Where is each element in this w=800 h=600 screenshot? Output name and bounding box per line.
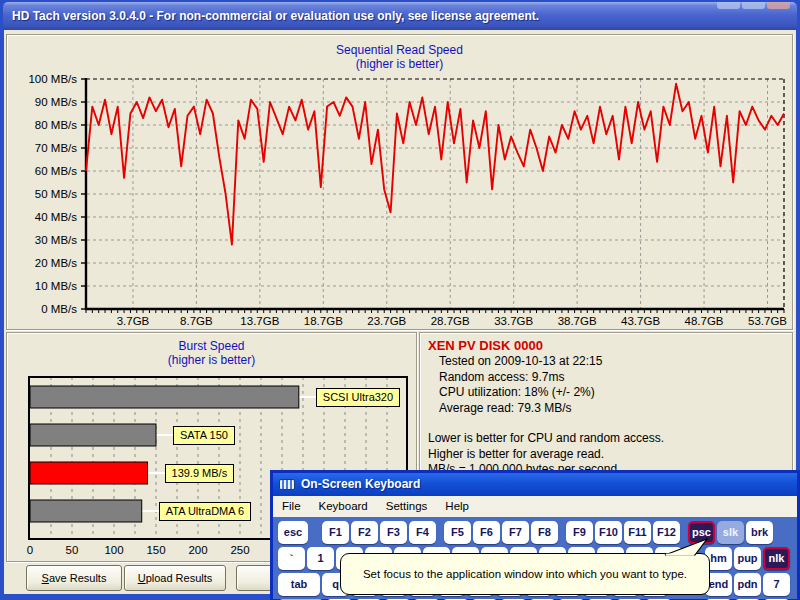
svg-text:200: 200 bbox=[188, 544, 207, 556]
svg-text:50: 50 bbox=[66, 544, 79, 556]
svg-text:50 MB/s: 50 MB/s bbox=[35, 188, 77, 200]
osk-title: On-Screen Keyboard bbox=[301, 473, 420, 496]
svg-text:250: 250 bbox=[230, 544, 249, 556]
svg-text:38.7GB: 38.7GB bbox=[558, 315, 597, 327]
onscreen-keyboard-window: On-Screen Keyboard FileKeyboardSettingsH… bbox=[270, 470, 800, 600]
svg-text:53.7GB: 53.7GB bbox=[748, 315, 787, 327]
svg-text:13.7GB: 13.7GB bbox=[240, 315, 279, 327]
drive-stat-line: Random access: 9.7ms bbox=[428, 370, 784, 386]
drive-name: XEN PV DISK 0000 bbox=[428, 338, 784, 354]
keyboard-icon bbox=[279, 479, 295, 490]
osk-key-F2[interactable]: F2 bbox=[351, 521, 378, 544]
osk-menu-file[interactable]: File bbox=[273, 496, 310, 517]
osk-key-tab[interactable]: tab bbox=[278, 573, 320, 596]
svg-text:100 MB/s: 100 MB/s bbox=[28, 73, 77, 85]
info-note-line: Higher is better for average read. bbox=[428, 447, 784, 463]
save-results-button[interactable]: Save Results bbox=[26, 565, 122, 591]
svg-text:100: 100 bbox=[104, 544, 123, 556]
svg-text:20 MB/s: 20 MB/s bbox=[35, 257, 77, 269]
osk-key-F8[interactable]: F8 bbox=[531, 521, 558, 544]
close-button[interactable] bbox=[767, 2, 790, 9]
svg-text:48.7GB: 48.7GB bbox=[685, 315, 724, 327]
osk-key-brk[interactable]: brk bbox=[746, 521, 773, 544]
osk-key-[interactable]: ` bbox=[278, 547, 305, 570]
osk-menu-keyboard[interactable]: Keyboard bbox=[310, 496, 377, 517]
svg-text:40 MB/s: 40 MB/s bbox=[35, 211, 77, 223]
svg-text:90 MB/s: 90 MB/s bbox=[35, 96, 77, 108]
sequential-read-chart: 0 MB/s10 MB/s20 MB/s30 MB/s40 MB/s50 MB/… bbox=[7, 35, 792, 329]
burst-bar-label: ATA UltraDMA 6 bbox=[159, 502, 251, 521]
minimize-button[interactable] bbox=[717, 2, 740, 9]
osk-key-F11[interactable]: F11 bbox=[624, 521, 651, 544]
hdtach-title: HD Tach version 3.0.4.0 - For non-commer… bbox=[12, 9, 539, 23]
svg-text:0: 0 bbox=[27, 544, 33, 556]
upload-results-button[interactable]: Upload Results bbox=[124, 565, 226, 591]
svg-text:23.7GB: 23.7GB bbox=[367, 315, 406, 327]
osk-key-esc[interactable]: esc bbox=[278, 521, 308, 544]
drive-stat-line: Average read: 79.3 MB/s bbox=[428, 401, 784, 417]
svg-text:33.7GB: 33.7GB bbox=[494, 315, 533, 327]
osk-key-F3[interactable]: F3 bbox=[380, 521, 407, 544]
burst-bar-label: SATA 150 bbox=[173, 426, 235, 445]
osk-titlebar[interactable]: On-Screen Keyboard bbox=[273, 473, 797, 496]
osk-key-nlk[interactable]: nlk bbox=[763, 547, 790, 570]
osk-menu-help[interactable]: Help bbox=[436, 496, 478, 517]
osk-key-7[interactable]: 7 bbox=[763, 573, 790, 596]
hdtach-titlebar[interactable]: HD Tach version 3.0.4.0 - For non-commer… bbox=[3, 2, 797, 30]
svg-text:60 MB/s: 60 MB/s bbox=[35, 165, 77, 177]
svg-text:3.7GB: 3.7GB bbox=[117, 315, 150, 327]
osk-key-F4[interactable]: F4 bbox=[409, 521, 436, 544]
osk-key-slk[interactable]: slk bbox=[717, 521, 744, 544]
svg-text:150: 150 bbox=[146, 544, 165, 556]
osk-menu-settings[interactable]: Settings bbox=[377, 496, 437, 517]
osk-key-1[interactable]: 1 bbox=[307, 547, 334, 570]
svg-text:0 MB/s: 0 MB/s bbox=[41, 303, 77, 315]
svg-text:10 MB/s: 10 MB/s bbox=[35, 280, 77, 292]
osk-key-pup[interactable]: pup bbox=[734, 547, 761, 570]
burst-bar-label: 139.9 MB/s bbox=[165, 464, 235, 483]
osk-tooltip-text: Set focus to the application window into… bbox=[363, 568, 687, 580]
svg-text:80 MB/s: 80 MB/s bbox=[35, 119, 77, 131]
osk-key-F10[interactable]: F10 bbox=[595, 521, 622, 544]
drive-stat-line: CPU utilization: 18% (+/- 2%) bbox=[428, 385, 784, 401]
osk-key-F9[interactable]: F9 bbox=[566, 521, 593, 544]
osk-key-F1[interactable]: F1 bbox=[322, 521, 349, 544]
sequential-read-panel: Sequential Read Speed (higher is better)… bbox=[6, 34, 793, 330]
svg-text:18.7GB: 18.7GB bbox=[304, 315, 343, 327]
window-controls bbox=[717, 2, 790, 9]
osk-key-F5[interactable]: F5 bbox=[444, 521, 471, 544]
svg-text:8.7GB: 8.7GB bbox=[180, 315, 213, 327]
svg-text:43.7GB: 43.7GB bbox=[621, 315, 660, 327]
desktop: HD Tach version 3.0.4.0 - For non-commer… bbox=[0, 0, 800, 600]
osk-key-F6[interactable]: F6 bbox=[473, 521, 500, 544]
burst-bar-label: SCSI Ultra320 bbox=[316, 388, 400, 407]
tooltip-arrow bbox=[653, 538, 713, 555]
drive-stats: Tested on 2009-10-13 at 22:15Random acce… bbox=[428, 354, 784, 416]
drive-stat-line: Tested on 2009-10-13 at 22:15 bbox=[428, 354, 784, 370]
osk-row-1: escF1F2F3F4F5F6F7F8F9F10F11F12pscslkbrk bbox=[278, 521, 792, 544]
svg-text:28.7GB: 28.7GB bbox=[431, 315, 470, 327]
maximize-button[interactable] bbox=[742, 2, 765, 9]
osk-key-pdn[interactable]: pdn bbox=[734, 573, 761, 596]
osk-menubar: FileKeyboardSettingsHelp bbox=[273, 496, 797, 517]
svg-text:30 MB/s: 30 MB/s bbox=[35, 234, 77, 246]
info-note-line: Lower is better for CPU and random acces… bbox=[428, 431, 784, 447]
osk-key-F7[interactable]: F7 bbox=[502, 521, 529, 544]
osk-tooltip: Set focus to the application window into… bbox=[340, 553, 710, 595]
svg-text:70 MB/s: 70 MB/s bbox=[35, 142, 77, 154]
